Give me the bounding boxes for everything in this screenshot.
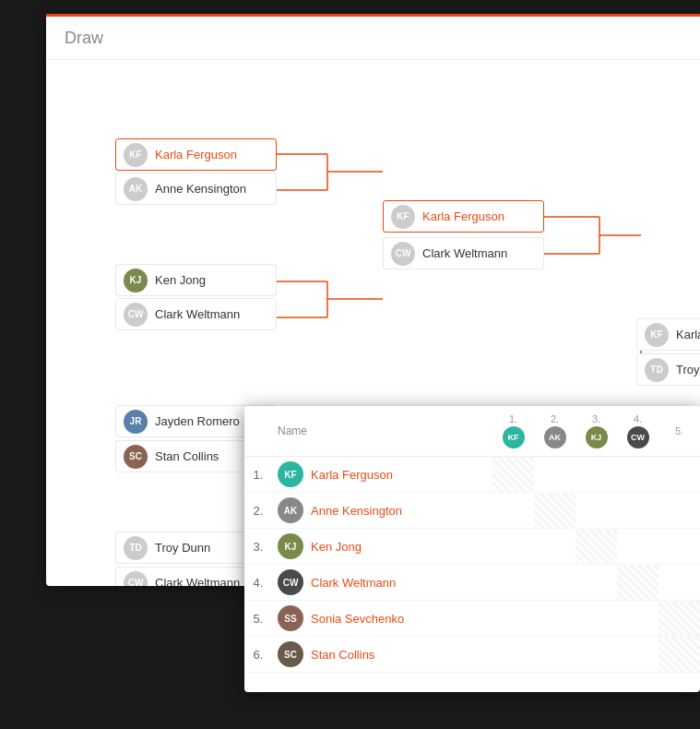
player-name: Anne Kensington	[155, 182, 246, 196]
player-name: Stan Collins	[155, 449, 219, 463]
row-name-cell: AK Anne Kensington	[272, 493, 492, 529]
row-num: 4.	[244, 565, 272, 601]
player-card[interactable]: TD Troy Dunn	[636, 353, 700, 386]
col-1: 1. KF	[492, 406, 534, 457]
player-name: Troy Dunn	[676, 363, 700, 376]
table-row: 3. KJ Ken Jong	[244, 529, 700, 565]
row-player-name: Sonia Sevchenko	[311, 612, 404, 626]
player-card[interactable]: KJ Ken Jong	[115, 264, 277, 296]
player-name: Karla Ferguson	[422, 209, 504, 223]
result-cell	[575, 529, 617, 565]
result-cell	[658, 493, 700, 529]
avatar: KF	[391, 205, 415, 229]
player-name: Jayden Romero	[155, 414, 240, 428]
result-cell	[492, 493, 534, 529]
player-name: Clark Weltmann	[422, 246, 507, 260]
row-num: 5.	[244, 601, 272, 637]
avatar: JR	[124, 410, 148, 434]
avatar: CW	[124, 303, 148, 327]
panel-header: Draw	[46, 14, 700, 60]
row-player-name: Clark Weltmann	[311, 576, 396, 590]
player-name: Troy Dunn	[155, 541, 210, 555]
row-name-cell: KF Karla Ferguson	[272, 457, 492, 493]
row-name-cell: SS Sonia Sevchenko	[272, 601, 492, 637]
result-cell	[534, 601, 575, 637]
result-cell	[617, 529, 658, 565]
player-name: Clark Weltmann	[155, 307, 240, 321]
avatar: KF	[645, 323, 669, 347]
row-avatar: SC	[278, 641, 303, 667]
col-3: 3. KJ	[575, 406, 617, 457]
row-player-name: Anne Kensington	[311, 504, 402, 518]
table-row: 5. SS Sonia Sevchenko	[244, 601, 700, 637]
result-cell	[534, 565, 575, 601]
result-cell	[492, 529, 534, 565]
results-panel: Name 1. KF 2. AK 3.	[244, 406, 700, 692]
player-card[interactable]: KF Karla Fergu...	[636, 318, 700, 351]
player-name: Clark Weltmann	[155, 576, 240, 586]
row-name-cell: KJ Ken Jong	[272, 529, 492, 565]
result-cell	[658, 457, 700, 493]
panel-title: Draw	[65, 29, 103, 48]
col-5: 5.	[658, 406, 700, 457]
table-row: 2. AK Anne Kensington	[244, 493, 700, 529]
player-card[interactable]: CW Clark Weltmann	[383, 237, 544, 269]
row-num: 2.	[244, 493, 272, 529]
table-row: 4. CW Clark Weltmann	[244, 565, 700, 601]
player-name: Karla Ferguson	[155, 148, 237, 161]
result-cell	[492, 457, 534, 493]
row-avatar: SS	[278, 605, 303, 631]
player-name: Karla Fergu...	[676, 328, 700, 341]
result-cell	[658, 565, 700, 601]
row-avatar: CW	[278, 569, 303, 595]
row-num: 1.	[244, 457, 272, 493]
player-card[interactable]: CW Clark Weltmann	[115, 298, 277, 330]
row-name-cell: SC Stan Collins	[272, 637, 492, 673]
row-num: 6.	[244, 637, 272, 673]
row-avatar: KF	[278, 461, 303, 487]
result-cell	[492, 601, 534, 637]
results-table: Name 1. KF 2. AK 3.	[244, 406, 700, 673]
result-cell	[492, 637, 534, 673]
row-player-name: Stan Collins	[311, 648, 374, 662]
row-name-cell: CW Clark Weltmann	[272, 565, 492, 601]
result-cell	[617, 601, 658, 637]
result-cell	[617, 637, 658, 673]
col-4: 4. CW	[617, 406, 658, 457]
result-cell	[534, 637, 575, 673]
col-2: 2. AK	[534, 406, 575, 457]
col-name: Name	[272, 406, 492, 457]
table-row: 1. KF Karla Ferguson	[244, 457, 700, 493]
row-num: 3.	[244, 529, 272, 565]
avatar: CW	[391, 242, 415, 266]
result-cell	[575, 637, 617, 673]
table-header-row: Name 1. KF 2. AK 3.	[244, 406, 700, 457]
row-avatar: AK	[278, 497, 303, 523]
row-player-name: Ken Jong	[311, 540, 362, 554]
col-num	[244, 406, 272, 457]
player-card[interactable]: KF Karla Ferguson	[383, 200, 544, 233]
avatar: TD	[124, 536, 148, 560]
result-cell	[575, 493, 617, 529]
avatar: KF	[124, 143, 148, 167]
row-avatar: KJ	[278, 533, 303, 559]
result-cell	[617, 493, 658, 529]
avatar: CW	[124, 571, 148, 587]
result-cell	[658, 637, 700, 673]
avatar: TD	[645, 358, 669, 382]
avatar: SC	[124, 445, 148, 469]
result-cell	[534, 529, 575, 565]
result-cell	[492, 565, 534, 601]
result-cell	[575, 457, 617, 493]
player-card[interactable]: AK Anne Kensington	[115, 173, 277, 205]
player-card[interactable]: KF Karla Ferguson	[115, 138, 277, 171]
result-cell	[575, 601, 617, 637]
result-cell	[658, 529, 700, 565]
player-name: Ken Jong	[155, 273, 206, 287]
avatar: KJ	[124, 269, 148, 293]
result-cell	[617, 457, 658, 493]
table-row: 6. SC Stan Collins	[244, 637, 700, 673]
result-cell	[658, 601, 700, 637]
row-player-name: Karla Ferguson	[311, 468, 393, 482]
result-cell	[575, 565, 617, 601]
